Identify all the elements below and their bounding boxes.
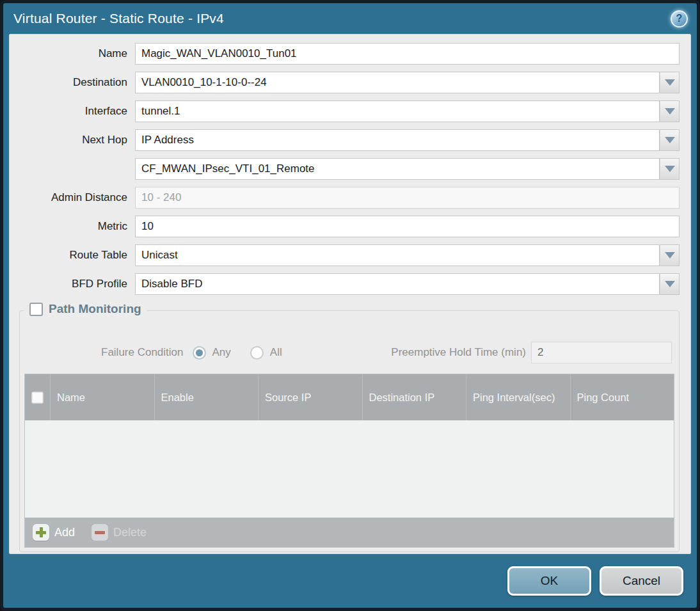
- minus-icon: [91, 524, 108, 541]
- bfd-profile-dropdown-trigger[interactable]: [660, 273, 680, 295]
- next-hop-type-input[interactable]: [135, 129, 660, 151]
- route-table-field-wrap: [135, 244, 680, 266]
- metric-input[interactable]: [135, 216, 680, 237]
- next-hop-row: Next Hop: [10, 129, 680, 151]
- bfd-profile-input[interactable]: [135, 273, 660, 295]
- delete-button-label: Delete: [113, 526, 147, 539]
- route-table-label: Route Table: [10, 249, 135, 262]
- chevron-down-icon: [665, 166, 675, 172]
- interface-input[interactable]: [135, 100, 660, 122]
- chevron-down-icon: [665, 281, 675, 287]
- delete-button[interactable]: Delete: [91, 524, 147, 541]
- dialog-titlebar: Virtual Router - Static Route - IPv4 ?: [3, 3, 697, 34]
- failure-condition-row: Failure Condition Any All Preemptive Hol…: [101, 342, 672, 363]
- admin-distance-row: Admin Distance: [10, 187, 680, 209]
- route-table-input[interactable]: [135, 244, 660, 266]
- path-monitoring-section: Path Monitoring Failure Condition Any Al…: [19, 310, 680, 552]
- table-body-empty: [25, 420, 674, 518]
- path-monitoring-legend: Path Monitoring: [24, 302, 147, 316]
- plus-icon: [33, 524, 49, 541]
- bfd-profile-row: BFD Profile: [10, 273, 680, 295]
- bfd-profile-field-wrap: [135, 273, 680, 295]
- chevron-down-icon: [665, 252, 675, 258]
- admin-distance-input[interactable]: [135, 187, 680, 209]
- table-header-enable[interactable]: Enable: [155, 374, 259, 420]
- name-row: Name: [10, 43, 680, 65]
- next-hop-address-input[interactable]: [135, 158, 660, 180]
- name-input[interactable]: [135, 43, 680, 65]
- destination-label: Destination: [10, 76, 135, 89]
- next-hop-address-row: [10, 158, 680, 180]
- add-button-label: Add: [54, 526, 75, 539]
- next-hop-dropdown-trigger[interactable]: [660, 129, 680, 151]
- next-hop-address-field-wrap: [135, 158, 680, 180]
- dialog-content: Name Destination Interface Next Hop: [9, 34, 691, 554]
- next-hop-address-dropdown-trigger[interactable]: [660, 158, 680, 180]
- name-label: Name: [10, 47, 135, 60]
- preemptive-hold-group: Preemptive Hold Time (min): [391, 342, 672, 363]
- failure-condition-all-label: All: [270, 346, 282, 359]
- static-route-dialog: Virtual Router - Static Route - IPv4 ? N…: [0, 0, 700, 611]
- table-header-row: Name Enable Source IP Destination IP Pin…: [25, 374, 674, 420]
- metric-row: Metric: [10, 216, 680, 237]
- admin-distance-label: Admin Distance: [10, 191, 135, 204]
- table-header-ping-interval[interactable]: Ping Interval(sec): [466, 374, 571, 420]
- chevron-down-icon: [665, 79, 675, 86]
- chevron-down-icon: [665, 137, 675, 143]
- interface-row: Interface: [10, 100, 680, 122]
- table-header-name[interactable]: Name: [51, 374, 155, 420]
- dialog-title: Virtual Router - Static Route - IPv4: [13, 11, 671, 26]
- failure-condition-any-label: Any: [212, 346, 231, 359]
- add-button[interactable]: Add: [33, 524, 75, 541]
- route-table-row: Route Table: [10, 244, 680, 266]
- route-table-dropdown-trigger[interactable]: [660, 244, 680, 266]
- interface-label: Interface: [10, 105, 135, 118]
- path-monitoring-title: Path Monitoring: [49, 302, 141, 316]
- cancel-button[interactable]: Cancel: [600, 566, 683, 596]
- name-field-wrap: [135, 43, 680, 65]
- metric-label: Metric: [10, 220, 135, 233]
- table-header-destination-ip[interactable]: Destination IP: [363, 374, 467, 420]
- path-monitoring-checkbox[interactable]: [29, 303, 43, 316]
- chevron-down-icon: [665, 108, 675, 115]
- bfd-profile-label: BFD Profile: [10, 278, 135, 290]
- help-icon[interactable]: ?: [671, 10, 688, 28]
- preemptive-hold-input[interactable]: [531, 342, 672, 363]
- ok-button[interactable]: OK: [507, 566, 591, 596]
- failure-condition-all-radio[interactable]: [250, 346, 264, 360]
- metric-field-wrap: [135, 216, 680, 237]
- interface-field-wrap: [135, 100, 680, 122]
- destination-field-wrap: [135, 72, 680, 93]
- table-footer-bar: Add Delete: [25, 518, 674, 547]
- path-monitoring-table: Name Enable Source IP Destination IP Pin…: [24, 374, 674, 548]
- failure-condition-label: Failure Condition: [101, 346, 184, 359]
- destination-dropdown-trigger[interactable]: [660, 72, 680, 93]
- destination-input[interactable]: [135, 72, 660, 93]
- admin-distance-field-wrap: [135, 187, 680, 209]
- select-all-checkbox[interactable]: [31, 392, 44, 404]
- failure-condition-any-radio[interactable]: [193, 346, 206, 360]
- dialog-footer: OK Cancel: [3, 554, 697, 608]
- next-hop-label: Next Hop: [10, 134, 135, 147]
- table-header-checkbox-cell: [25, 374, 51, 420]
- preemptive-hold-label: Preemptive Hold Time (min): [391, 346, 531, 359]
- destination-row: Destination: [10, 72, 680, 93]
- table-header-source-ip[interactable]: Source IP: [259, 374, 363, 420]
- interface-dropdown-trigger[interactable]: [660, 100, 680, 122]
- next-hop-field-wrap: [135, 129, 680, 151]
- table-header-ping-count[interactable]: Ping Count: [571, 374, 674, 420]
